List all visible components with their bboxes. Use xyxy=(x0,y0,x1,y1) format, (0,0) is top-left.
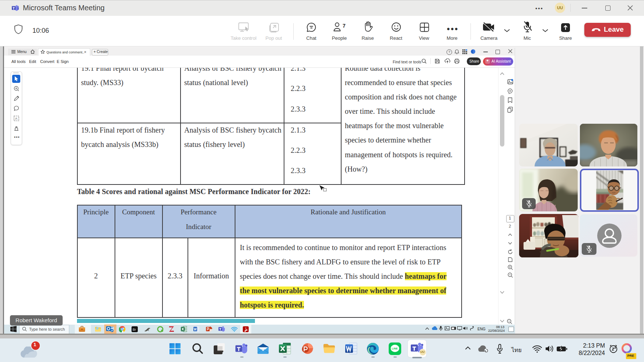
svg-text:LINE: LINE xyxy=(392,347,398,350)
svg-text:Br: Br xyxy=(133,328,136,331)
